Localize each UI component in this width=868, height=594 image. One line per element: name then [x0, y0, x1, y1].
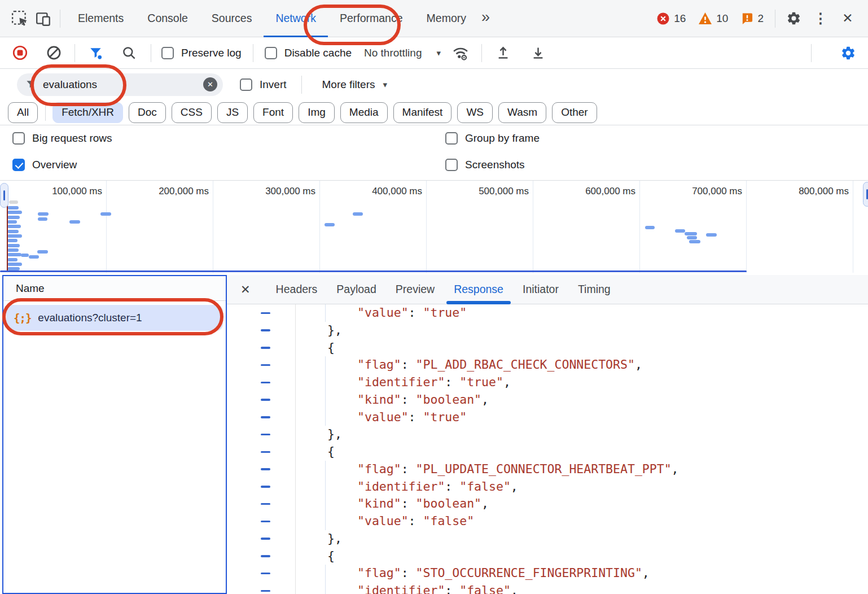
- type-filter-ws[interactable]: WS: [457, 102, 493, 123]
- main-tab-elements[interactable]: Elements: [66, 0, 135, 37]
- close-details-icon[interactable]: ✕: [240, 283, 251, 296]
- timeline-request-bar: [69, 220, 80, 224]
- preserve-log-checkbox[interactable]: Preserve log: [161, 47, 242, 59]
- big-request-rows-box[interactable]: [12, 132, 25, 145]
- timeline-request-bar: [38, 217, 47, 221]
- main-tab-sources[interactable]: Sources: [200, 0, 264, 37]
- details-tab-timing[interactable]: Timing: [568, 275, 620, 304]
- gutter-fold-marker[interactable]: [261, 590, 270, 592]
- gutter-fold-marker[interactable]: [261, 329, 270, 331]
- gutter-fold-marker[interactable]: [261, 555, 270, 557]
- invert-filter-checkbox[interactable]: Invert: [240, 78, 287, 91]
- record-network-log-icon[interactable]: [8, 41, 32, 65]
- issues-badge[interactable]: 2: [740, 12, 764, 25]
- details-tab-payload[interactable]: Payload: [327, 275, 385, 304]
- more-tabs-icon[interactable]: »: [478, 8, 496, 28]
- gutter-fold-marker[interactable]: [261, 416, 270, 418]
- response-line: },: [227, 322, 868, 339]
- disable-cache-checkbox-box[interactable]: [265, 47, 277, 59]
- network-settings-gear-icon[interactable]: [836, 41, 860, 65]
- timeline-request-bar: [7, 220, 17, 224]
- main-tab-network[interactable]: Network: [264, 0, 328, 37]
- clear-network-log-icon[interactable]: [42, 41, 65, 65]
- close-devtools-icon[interactable]: ✕: [835, 6, 860, 31]
- main-tab-console[interactable]: Console: [135, 0, 200, 37]
- response-line: "kind": "boolean",: [227, 495, 868, 513]
- gutter-fold-marker[interactable]: [261, 312, 270, 315]
- type-filter-wasm[interactable]: Wasm: [498, 102, 546, 123]
- gutter-fold-marker[interactable]: [261, 451, 270, 453]
- type-filter-fetch-xhr[interactable]: Fetch/XHR: [52, 102, 123, 123]
- main-tab-memory[interactable]: Memory: [415, 0, 478, 37]
- response-viewer[interactable]: "value": "true"},{"flag": "PL_ADD_RBAC_C…: [227, 304, 868, 594]
- timeline-request-bar: [9, 200, 18, 204]
- type-filter-img[interactable]: Img: [299, 102, 335, 123]
- kebab-menu-icon[interactable]: ⋮: [808, 6, 833, 31]
- gutter-fold-marker[interactable]: [261, 347, 270, 349]
- search-network-icon[interactable]: [117, 41, 141, 65]
- more-filters-button[interactable]: More filters ▾: [322, 78, 388, 91]
- disable-cache-checkbox[interactable]: Disable cache: [265, 47, 352, 59]
- type-filter-manifest[interactable]: Manifest: [393, 102, 452, 123]
- name-column-header[interactable]: Name: [3, 276, 226, 301]
- group-by-frame-box[interactable]: [445, 132, 458, 145]
- import-har-icon[interactable]: [491, 41, 515, 65]
- gutter-fold-marker[interactable]: [261, 382, 270, 384]
- type-filter-other[interactable]: Other: [552, 102, 597, 123]
- device-toolbar-icon[interactable]: [32, 7, 55, 30]
- gutter-fold-marker[interactable]: [261, 399, 270, 401]
- export-har-icon[interactable]: [526, 41, 550, 65]
- console-errors-badge[interactable]: 16: [656, 12, 686, 25]
- preserve-log-checkbox-box[interactable]: [161, 47, 174, 59]
- toolbar-divider: [60, 10, 60, 28]
- console-warnings-badge[interactable]: 10: [698, 12, 728, 25]
- overview-box[interactable]: [12, 159, 25, 171]
- type-filter-all[interactable]: All: [8, 102, 38, 123]
- overview-left-handle[interactable]: [0, 183, 8, 208]
- toolbar-divider: [74, 44, 75, 62]
- response-line: "identifier": "false",: [227, 582, 868, 594]
- filter-toggle-icon[interactable]: [84, 41, 108, 65]
- screenshots-checkbox[interactable]: Screenshots: [445, 159, 525, 171]
- main-tab-performance[interactable]: Performance: [328, 0, 415, 37]
- type-filter-font[interactable]: Font: [253, 102, 293, 123]
- details-tab-initiator[interactable]: Initiator: [513, 275, 568, 304]
- gutter-fold-marker[interactable]: [261, 468, 270, 470]
- type-filter-js[interactable]: JS: [217, 102, 248, 123]
- details-tab-preview[interactable]: Preview: [386, 275, 444, 304]
- throttling-select[interactable]: No throttling: [364, 47, 422, 59]
- network-conditions-icon[interactable]: [449, 41, 472, 65]
- invert-checkbox-box[interactable]: [240, 78, 252, 91]
- timeline-request-bar: [7, 225, 21, 228]
- request-row-selected[interactable]: {;} evaluations?cluster=1: [6, 305, 223, 331]
- gutter-fold-marker[interactable]: [261, 486, 270, 488]
- group-by-frame-checkbox[interactable]: Group by frame: [445, 132, 540, 145]
- throttling-caret-icon[interactable]: ▾: [436, 48, 441, 58]
- network-overview-timeline[interactable]: 100,000 ms200,000 ms300,000 ms400,000 ms…: [0, 181, 868, 273]
- type-filter-css[interactable]: CSS: [172, 102, 212, 123]
- gutter-fold-marker[interactable]: [261, 434, 270, 436]
- clear-filter-icon[interactable]: ✕: [203, 77, 217, 91]
- inspect-element-icon[interactable]: [8, 7, 32, 30]
- overview-checkbox[interactable]: Overview: [12, 159, 77, 171]
- type-filter-media[interactable]: Media: [340, 102, 388, 123]
- gutter-fold-marker[interactable]: [261, 521, 270, 523]
- filter-input[interactable]: evaluations ✕: [17, 73, 223, 96]
- gutter-fold-marker[interactable]: [261, 538, 270, 540]
- chip-divider: [45, 104, 46, 121]
- details-tab-headers[interactable]: Headers: [266, 275, 327, 304]
- screenshots-box[interactable]: [445, 159, 458, 171]
- screenshots-label: Screenshots: [465, 159, 525, 171]
- settings-gear-icon[interactable]: [781, 6, 806, 31]
- request-list-panel: Name {;} evaluations?cluster=1: [2, 275, 227, 594]
- overview-right-handle[interactable]: [863, 182, 868, 207]
- response-line: {: [227, 548, 868, 565]
- big-request-rows-checkbox[interactable]: Big request rows: [12, 132, 112, 145]
- details-tab-response[interactable]: Response: [444, 275, 513, 304]
- type-filter-doc[interactable]: Doc: [129, 102, 166, 123]
- timeline-tick-label: 600,000 ms: [585, 186, 635, 197]
- toolbar-divider: [301, 76, 302, 94]
- gutter-fold-marker[interactable]: [261, 573, 270, 575]
- gutter-fold-marker[interactable]: [261, 503, 270, 505]
- gutter-fold-marker[interactable]: [261, 364, 270, 366]
